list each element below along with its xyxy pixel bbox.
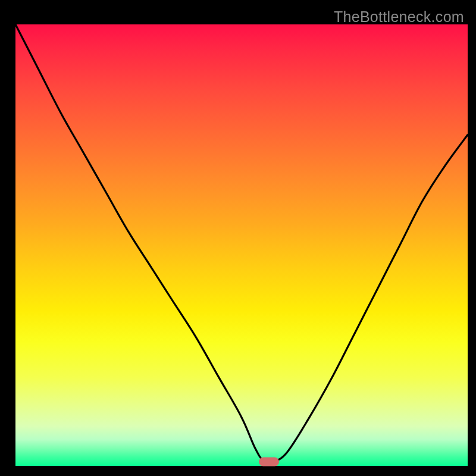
minimum-marker — [259, 457, 279, 466]
bottleneck-curve — [15, 24, 468, 466]
chart-frame: TheBottleneck.com — [5, 5, 471, 471]
attribution-link[interactable]: TheBottleneck.com — [334, 8, 464, 26]
